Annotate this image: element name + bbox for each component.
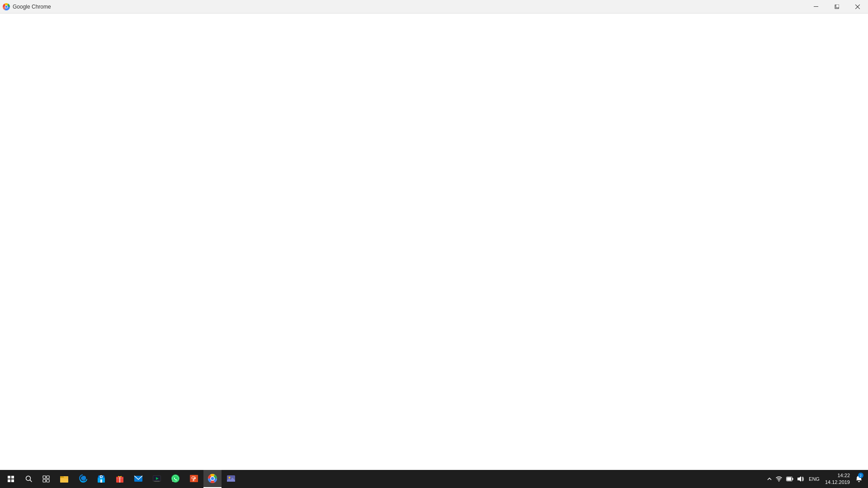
title-bar: Google Chrome [0, 0, 868, 14]
svg-line-10 [30, 480, 32, 482]
taskbar-apps: P [55, 470, 765, 488]
title-bar-controls [806, 0, 868, 13]
language-indicator[interactable]: ENG [807, 476, 821, 482]
close-button[interactable] [847, 0, 868, 14]
edge-icon [78, 474, 88, 483]
svg-rect-14 [47, 479, 49, 482]
gift-icon [115, 474, 125, 483]
chrome-logo-icon [3, 3, 10, 10]
start-button[interactable] [2, 470, 20, 488]
svg-point-3 [5, 5, 8, 8]
svg-rect-22 [119, 477, 120, 483]
systray-expand-button[interactable] [766, 472, 773, 486]
svg-rect-16 [60, 476, 64, 478]
powerpoint-icon: P [189, 474, 199, 483]
taskbar-app-photos[interactable] [222, 470, 240, 488]
taskbar-app-chrome[interactable] [203, 470, 222, 488]
taskbar-app-mail[interactable] [129, 470, 147, 488]
svg-point-24 [119, 476, 120, 477]
systray-icons [774, 474, 805, 483]
taskbar-right: ENG 14:22 14.12.2019 2 [766, 470, 866, 488]
svg-point-41 [229, 477, 231, 479]
taskbar-app-store[interactable] [92, 470, 110, 488]
svg-marker-46 [797, 476, 801, 482]
battery-icon[interactable] [785, 474, 794, 483]
notification-button[interactable]: 2 [854, 470, 864, 488]
clock-time: 14:22 [837, 472, 850, 479]
search-icon [25, 475, 33, 483]
taskbar-app-whatsapp[interactable] [166, 470, 184, 488]
whatsapp-icon [170, 474, 180, 483]
taskbar-app-file-explorer[interactable] [55, 470, 73, 488]
photos-icon [226, 474, 236, 483]
title-bar-left: Google Chrome [0, 3, 51, 10]
taskbar-app-gift[interactable] [111, 470, 129, 488]
taskbar-app-edge[interactable] [74, 470, 92, 488]
store-icon [96, 474, 106, 483]
svg-rect-4 [814, 6, 818, 7]
svg-rect-6 [836, 5, 839, 8]
taskbar-search-button[interactable] [21, 470, 37, 488]
taskbar-app-media[interactable] [148, 470, 166, 488]
svg-rect-44 [793, 478, 793, 480]
notification-badge: 2 [858, 473, 863, 478]
chevron-up-icon [767, 477, 772, 481]
taskbar: P [0, 470, 868, 488]
svg-point-39 [211, 477, 214, 480]
task-view-button[interactable] [38, 470, 54, 488]
media-icon [152, 474, 162, 483]
svg-rect-45 [787, 478, 792, 481]
svg-rect-13 [43, 479, 46, 482]
browser-content [0, 14, 868, 470]
svg-rect-12 [47, 476, 49, 479]
network-icon[interactable] [774, 474, 783, 483]
maximize-button[interactable] [826, 0, 847, 14]
mail-icon [133, 474, 143, 483]
taskbar-clock[interactable]: 14:22 14.12.2019 [823, 470, 852, 488]
svg-rect-11 [43, 476, 46, 479]
svg-point-42 [778, 481, 779, 482]
task-view-icon [42, 475, 50, 483]
svg-rect-29 [154, 481, 160, 482]
chrome-taskbar-icon [208, 474, 217, 483]
taskbar-app-powerpoint[interactable]: P [185, 470, 203, 488]
svg-rect-23 [116, 478, 123, 479]
file-explorer-icon [59, 474, 69, 483]
windows-icon [8, 476, 14, 482]
minimize-button[interactable] [806, 0, 826, 14]
volume-icon[interactable] [796, 474, 805, 483]
clock-date: 14.12.2019 [825, 479, 850, 486]
svg-rect-18 [100, 479, 102, 483]
window-title: Google Chrome [13, 4, 51, 10]
